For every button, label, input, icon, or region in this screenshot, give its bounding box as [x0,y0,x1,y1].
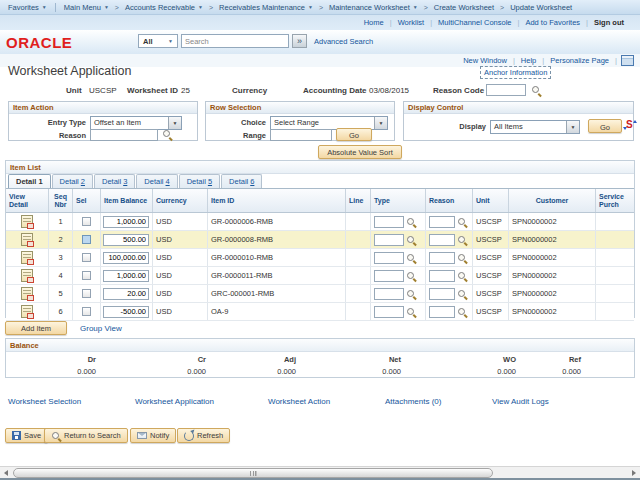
type-input[interactable] [374,306,404,318]
view-audit-logs-link[interactable]: View Audit Logs [492,397,549,406]
tab-detail-5[interactable]: Detail5 [179,174,220,188]
type-lookup-icon[interactable] [406,235,416,245]
view-detail-icon[interactable] [21,251,33,264]
reason-input[interactable] [429,288,455,300]
group-view-link[interactable]: Group View [80,324,122,333]
reason-lookup-icon[interactable] [457,235,467,245]
type-lookup-icon[interactable] [406,271,416,281]
item-balance-input[interactable] [103,216,149,228]
scroll-right-arrow[interactable] [629,468,639,478]
type-input[interactable] [374,252,404,264]
reason-lookup-icon[interactable] [457,253,467,263]
reason-input[interactable] [429,216,455,228]
select-checkbox[interactable] [82,235,91,244]
tab-detail-4[interactable]: Detail4 [136,174,177,188]
reason-input[interactable] [429,306,455,318]
type-input[interactable] [374,234,404,246]
reason-input[interactable] [429,270,455,282]
reason-input[interactable] [429,252,455,264]
balance-wo-value: 0.000 [456,367,516,376]
reason-lookup-icon[interactable] [457,271,467,281]
tab-detail-1[interactable]: Detail1 [8,174,51,188]
item-balance-input[interactable] [103,252,149,264]
search-go-button[interactable]: » [292,34,307,48]
breadcrumb-favorites[interactable]: Favorites▼ [8,3,47,12]
view-detail-icon[interactable] [21,269,33,282]
type-input[interactable] [374,288,404,300]
view-detail-icon[interactable] [21,305,33,318]
scrollbar-thumb[interactable] [13,468,493,478]
scroll-left-arrow[interactable] [1,468,11,478]
personalize-layout-icon[interactable] [621,55,634,66]
item-balance-input[interactable] [103,234,149,246]
worklist-link[interactable]: Worklist [398,18,425,27]
select-checkbox[interactable] [82,271,91,280]
add-item-button[interactable]: Add Item [5,321,67,335]
select-checkbox[interactable] [82,253,91,262]
tab-detail-6[interactable]: Detail6 [221,174,262,188]
range-input[interactable] [270,129,332,141]
reason-code-lookup-icon[interactable] [531,85,541,95]
breadcrumb-create-worksheet[interactable]: Create Worksheet [434,3,494,12]
type-input[interactable] [374,216,404,228]
select-checkbox[interactable] [82,217,91,226]
search-input[interactable] [181,34,289,48]
worksheet-action-link[interactable]: Worksheet Action [268,397,330,406]
advanced-search-link[interactable]: Advanced Search [314,37,373,46]
reason-input[interactable] [429,234,455,246]
select-checkbox[interactable] [82,289,91,298]
save-button[interactable]: Save [5,428,48,443]
attachments-link[interactable]: Attachments (0) [385,397,441,406]
personalize-page-link[interactable]: Personalize Page [550,56,609,65]
anchor-information-link[interactable]: Anchor Information [480,66,551,79]
type-lookup-icon[interactable] [406,289,416,299]
reason-cell [426,285,473,302]
breadcrumb-receivables-maintenance[interactable]: Receivables Maintenance▼ [219,3,313,12]
add-to-favorites-link[interactable]: Add to Favorites [525,18,580,27]
item-id-cell: GR-0000006-RMB [208,213,346,230]
range-go-button[interactable]: Go [336,128,372,141]
reason-lookup-icon[interactable] [457,307,467,317]
tab-detail-2[interactable]: Detail2 [52,174,93,188]
absolute-value-sort-button[interactable]: Absolute Value Sort [318,145,402,159]
type-lookup-icon[interactable] [406,253,416,263]
refresh-button[interactable]: Refresh [177,428,230,443]
service-purch-cell [596,213,634,230]
tab-detail-3[interactable]: Detail3 [94,174,135,188]
new-window-link[interactable]: New Window [463,56,507,65]
reason-cell [426,267,473,284]
breadcrumb-maintenance-worksheet[interactable]: Maintenance Worksheet▼ [329,3,418,12]
type-input[interactable] [374,270,404,282]
reason-code-input[interactable] [486,84,526,96]
reason-lookup-icon[interactable] [457,289,467,299]
item-action-reason-lookup-icon[interactable] [162,129,172,139]
currency-conversion-icon[interactable]: S [626,120,633,130]
reason-lookup-icon[interactable] [457,217,467,227]
right-triangle-icon [632,470,636,476]
breadcrumb-accounts-receivable[interactable]: Accounts Receivable▼ [125,3,203,12]
view-detail-icon[interactable] [21,233,33,246]
item-action-reason-input[interactable] [90,129,158,141]
return-to-search-button[interactable]: Return to Search [44,428,128,443]
display-select[interactable]: All Items [490,120,580,134]
item-balance-input[interactable] [103,270,149,282]
item-balance-input[interactable] [103,306,149,318]
select-checkbox[interactable] [82,307,91,316]
sign-out-link[interactable]: Sign out [594,18,624,27]
help-link[interactable]: Help [521,56,536,65]
view-detail-icon[interactable] [21,287,33,300]
breadcrumb-update-worksheet[interactable]: Update Worksheet [510,3,572,12]
search-scope-select[interactable]: All▼ [138,34,178,48]
type-lookup-icon[interactable] [406,217,416,227]
item-balance-input[interactable] [103,288,149,300]
multichannel-console-link[interactable]: MultiChannel Console [438,18,511,27]
home-link[interactable]: Home [364,18,384,27]
worksheet-application-link[interactable]: Worksheet Application [135,397,214,406]
view-detail-icon[interactable] [21,215,33,228]
notify-button[interactable]: Notify [130,428,176,443]
worksheet-selection-link[interactable]: Worksheet Selection [8,397,81,406]
breadcrumb-main-menu[interactable]: Main Menu▼ [64,3,109,12]
type-lookup-icon[interactable] [406,307,416,317]
display-go-button[interactable]: Go [588,119,622,133]
entry-type-select[interactable]: Offset an Item [90,116,182,130]
